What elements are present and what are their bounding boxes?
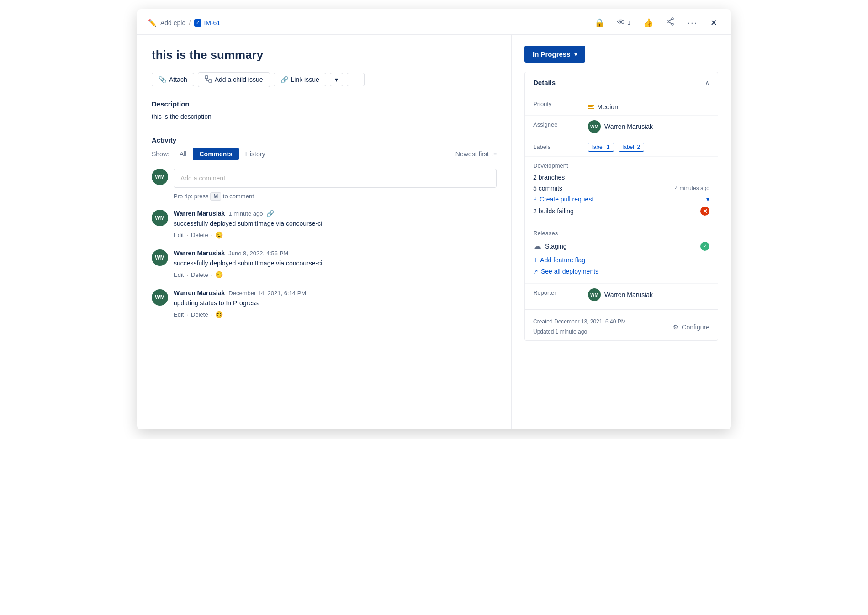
share-button[interactable] xyxy=(663,16,677,30)
thumbsup-icon: 👍 xyxy=(643,18,653,28)
branches-row: 2 branches xyxy=(533,174,709,181)
breadcrumb: ✏️ Add epic / ✓ IM-61 xyxy=(148,19,220,27)
issue-link[interactable]: ✓ IM-61 xyxy=(194,19,220,27)
details-header[interactable]: Details ∧ xyxy=(525,72,718,93)
see-all-deployments-link[interactable]: ↗ See all deployments xyxy=(533,268,709,275)
svg-point-2 xyxy=(667,21,669,22)
releases-label: Releases xyxy=(533,229,558,237)
priority-icon: Medium xyxy=(588,103,620,111)
description-label: Description xyxy=(152,100,497,108)
comment-text: updating status to In Progress xyxy=(174,298,497,308)
branches-value: 2 branches xyxy=(533,174,565,181)
comment-link-icon[interactable]: 🔗 xyxy=(266,210,274,217)
configure-button[interactable]: ⚙ Configure xyxy=(673,323,709,331)
comment-actions: Edit · Delete · 😊 xyxy=(174,311,497,318)
add-feature-flag-link[interactable]: + Add feature flag xyxy=(533,256,709,264)
svg-rect-5 xyxy=(205,76,208,79)
priority-row: Priority Medium xyxy=(525,95,718,116)
edit-link[interactable]: Edit xyxy=(174,232,184,239)
comment-item: WM Warren Marusiak June 8, 2022, 4:56 PM… xyxy=(152,249,497,278)
modal-body: this is the summary 📎 Attach Add a child… xyxy=(137,35,731,429)
current-user-avatar: WM xyxy=(152,169,168,185)
more-icon: ··· xyxy=(687,17,698,28)
priority-lines-icon xyxy=(588,105,594,109)
comment-body: Warren Marusiak 1 minute ago 🔗 successfu… xyxy=(174,210,497,239)
chevron-down-icon: ▾ xyxy=(706,196,709,203)
priority-value: Medium xyxy=(588,100,709,111)
tab-all[interactable]: All xyxy=(173,148,193,160)
attach-icon: 📎 xyxy=(159,76,166,83)
details-body: Priority Medium xyxy=(525,93,718,308)
details-title: Details xyxy=(533,79,556,86)
dropdown-button[interactable]: ▾ xyxy=(330,73,343,86)
lock-button[interactable]: 🔒 xyxy=(592,16,607,30)
svg-rect-6 xyxy=(209,80,212,82)
comment-body: Warren Marusiak June 8, 2022, 4:56 PM su… xyxy=(174,249,497,278)
delete-link[interactable]: Delete xyxy=(191,271,208,278)
emoji-button[interactable]: 😊 xyxy=(215,231,223,239)
comment-meta: Warren Marusiak 1 minute ago 🔗 xyxy=(174,210,497,217)
main-content: this is the summary 📎 Attach Add a child… xyxy=(137,35,512,429)
development-content: 2 branches 5 commits 4 minutes ago ⑂ Cre… xyxy=(533,174,709,219)
delete-link[interactable]: Delete xyxy=(191,232,208,239)
emoji-button[interactable]: 😊 xyxy=(215,271,223,278)
emoji-button[interactable]: 😊 xyxy=(215,311,223,318)
like-button[interactable]: 👍 xyxy=(640,16,656,30)
issue-title: this is the summary xyxy=(152,48,497,63)
reporter-row: Reporter WM Warren Marusiak xyxy=(525,284,718,306)
sort-icon: ↓≡ xyxy=(491,151,497,157)
sort-dropdown[interactable]: Newest first ↓≡ xyxy=(455,150,497,158)
delete-link[interactable]: Delete xyxy=(191,311,208,318)
status-button[interactable]: In Progress ▾ xyxy=(524,46,585,63)
tab-history[interactable]: History xyxy=(239,148,272,160)
lock-icon: 🔒 xyxy=(594,18,604,28)
more-button[interactable]: ··· xyxy=(684,16,700,30)
details-chevron-icon: ∧ xyxy=(705,79,709,86)
edit-link[interactable]: Edit xyxy=(174,311,184,318)
edit-link[interactable]: Edit xyxy=(174,271,184,278)
tab-comments[interactable]: Comments xyxy=(193,148,238,160)
modal-header: ✏️ Add epic / ✓ IM-61 🔒 👁 1 👍 xyxy=(137,9,731,35)
comment-author: Warren Marusiak xyxy=(174,249,225,257)
watch-button[interactable]: 👁 1 xyxy=(614,16,633,29)
share-icon xyxy=(666,17,674,28)
assignee-avatar: WM xyxy=(588,120,601,133)
label-tag-1[interactable]: label_1 xyxy=(588,143,614,152)
comment-actions: Edit · Delete · 😊 xyxy=(174,231,497,239)
create-pr-link[interactable]: ⑂ Create pull request xyxy=(533,196,593,203)
activity-tabs: Show: All Comments History Newest first … xyxy=(152,148,497,160)
svg-point-1 xyxy=(672,23,673,25)
svg-point-0 xyxy=(672,18,673,20)
comment-time: June 8, 2022, 4:56 PM xyxy=(228,250,288,257)
label-tag-2[interactable]: label_2 xyxy=(619,143,645,152)
staging-name: Staging xyxy=(545,243,697,250)
priority-label: Priority xyxy=(533,100,588,107)
footer-meta: Created December 13, 2021, 6:40 PM Updat… xyxy=(525,309,718,340)
staging-check-icon: ✓ xyxy=(700,242,709,251)
development-label: Development xyxy=(533,161,568,169)
pro-tip-key: M xyxy=(210,192,221,201)
add-epic-link[interactable]: Add epic xyxy=(160,19,185,27)
attach-button[interactable]: 📎 Attach xyxy=(152,73,194,86)
close-button[interactable]: ✕ xyxy=(708,16,720,30)
reporter-avatar: WM xyxy=(588,288,601,301)
child-issue-icon xyxy=(205,75,212,84)
comment-time: 1 minute ago xyxy=(228,210,263,217)
releases-row: Releases ☁ Staging ✓ + Add feature flag xyxy=(525,224,718,284)
add-child-issue-button[interactable]: Add a child issue xyxy=(198,72,270,87)
arrow-icon: ↗ xyxy=(533,268,538,275)
header-actions: 🔒 👁 1 👍 ··· ✕ xyxy=(592,16,720,30)
cloud-icon: ☁ xyxy=(533,241,541,251)
description-section: Description this is the description xyxy=(152,100,497,122)
more-options-button[interactable]: ··· xyxy=(347,73,365,86)
build-fail-icon: ✕ xyxy=(700,207,709,216)
comment-input[interactable]: Add a comment... xyxy=(174,169,497,188)
commits-time: 4 minutes ago xyxy=(675,185,709,191)
reporter-value: WM Warren Marusiak xyxy=(588,288,709,301)
comment-meta: Warren Marusiak December 14, 2021, 6:14 … xyxy=(174,289,497,297)
releases-content: ☁ Staging ✓ + Add feature flag ↗ See all… xyxy=(533,241,709,279)
link-issue-button[interactable]: 🔗 Link issue xyxy=(274,73,326,86)
assignee-label: Assignee xyxy=(533,120,588,128)
footer-dates: Created December 13, 2021, 6:40 PM Updat… xyxy=(533,317,626,337)
assignee-value: WM Warren Marusiak xyxy=(588,120,709,133)
